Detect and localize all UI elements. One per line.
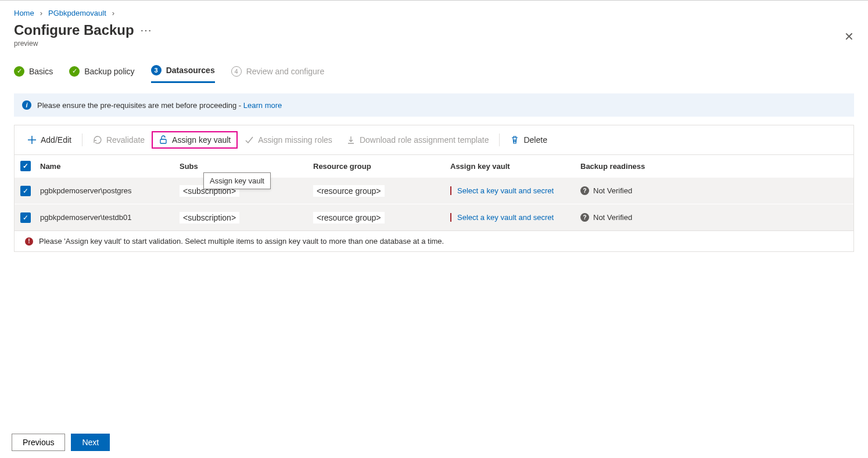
- tab-datasources[interactable]: 3 Datasources: [151, 62, 215, 83]
- row-checkbox[interactable]: ✓: [20, 186, 31, 196]
- cell-resource-group: <resource group>: [313, 185, 385, 197]
- plus-icon: [27, 135, 37, 145]
- select-all-checkbox[interactable]: ✓: [20, 161, 31, 171]
- previous-button[interactable]: Previous: [12, 434, 65, 451]
- tab-backup-policy[interactable]: ✓ Backup policy: [69, 62, 134, 83]
- checkmark-icon: [245, 135, 254, 145]
- row-checkbox[interactable]: ✓: [20, 212, 31, 223]
- tab-label: Datasources: [166, 66, 215, 75]
- page-subtitle: preview: [0, 38, 868, 56]
- tooltip: Assign key vault: [203, 172, 271, 189]
- help-icon: ?: [580, 213, 589, 222]
- info-icon: i: [22, 100, 31, 110]
- page-title: Configure Backup: [14, 22, 134, 38]
- column-header-backup-readiness[interactable]: Backup readiness: [580, 162, 848, 171]
- banner-text: Please ensure the pre-requisites are met…: [37, 101, 243, 110]
- check-circle-icon: ✓: [69, 66, 80, 77]
- chevron-right-icon: ›: [40, 9, 42, 17]
- tab-label: Review and configure: [246, 67, 325, 76]
- column-header-name[interactable]: Name: [40, 162, 180, 171]
- learn-more-link[interactable]: Learn more: [243, 101, 282, 110]
- button-label: Assign missing roles: [258, 135, 332, 145]
- table-row[interactable]: ✓ pgbkpdemoserver\testdb01 <subscription…: [15, 204, 853, 230]
- cell-resource-group: <resource group>: [313, 212, 385, 223]
- step-number-icon: 4: [231, 66, 242, 77]
- chevron-right-icon: ›: [112, 9, 114, 17]
- cell-subscription: <subscription>: [180, 212, 239, 223]
- next-button[interactable]: Next: [71, 434, 110, 451]
- delete-button[interactable]: Delete: [503, 131, 554, 149]
- button-label: Add/Edit: [41, 135, 71, 145]
- breadcrumb-vault[interactable]: PGbkpdemovault: [48, 9, 106, 17]
- button-label: Download role assignment template: [360, 135, 489, 145]
- help-icon: ?: [580, 186, 589, 195]
- more-icon[interactable]: ⋯: [140, 23, 153, 37]
- check-circle-icon: ✓: [14, 66, 24, 77]
- column-header-resource-group[interactable]: Resource group: [313, 162, 450, 171]
- cell-name: pgbkpdemoserver\postgres: [40, 186, 180, 195]
- tab-review-configure: 4 Review and configure: [231, 62, 325, 83]
- close-icon[interactable]: ✕: [844, 30, 854, 44]
- breadcrumb-home[interactable]: Home: [14, 9, 34, 17]
- revalidate-button: Revalidate: [86, 131, 152, 149]
- cell-name: pgbkpdemoserver\testdb01: [40, 213, 180, 222]
- cell-readiness: Not Verified: [593, 213, 632, 222]
- select-key-vault-link[interactable]: Select a key vault and secret: [450, 186, 554, 195]
- cell-readiness: Not Verified: [593, 186, 632, 195]
- validation-message: ! Please 'Assign key vault' to start val…: [14, 231, 854, 252]
- step-number-icon: 3: [151, 65, 162, 75]
- tab-basics[interactable]: ✓ Basics: [14, 62, 53, 83]
- download-template-button: Download role assignment template: [339, 131, 496, 149]
- column-header-assign-key-vault[interactable]: Assign key vault: [450, 162, 580, 171]
- breadcrumb: Home › PGbkpdemovault ›: [0, 1, 868, 20]
- validation-text: Please 'Assign key vault' to start valid…: [39, 237, 444, 246]
- assign-key-vault-button[interactable]: Assign key vault: [152, 131, 238, 149]
- button-label: Revalidate: [106, 135, 145, 145]
- column-header-subscription[interactable]: Subs: [180, 162, 313, 171]
- lock-icon: [159, 135, 168, 145]
- tab-label: Basics: [29, 67, 53, 76]
- button-label: Delete: [523, 135, 547, 145]
- trash-icon: [510, 135, 519, 145]
- assign-missing-roles-button: Assign missing roles: [238, 131, 339, 149]
- button-label: Assign key vault: [172, 135, 231, 145]
- refresh-icon: [93, 135, 102, 145]
- info-banner: i Please ensure the pre-requisites are m…: [14, 93, 854, 117]
- download-icon: [346, 135, 356, 145]
- tab-label: Backup policy: [84, 67, 134, 76]
- select-key-vault-link[interactable]: Select a key vault and secret: [450, 213, 554, 222]
- svg-rect-0: [160, 139, 166, 143]
- table-row[interactable]: ✓ pgbkpdemoserver\postgres <subscription…: [15, 177, 853, 204]
- table-header-row: ✓ Name Subs Resource group Assign key va…: [15, 155, 853, 177]
- error-icon: !: [25, 237, 33, 246]
- add-edit-button[interactable]: Add/Edit: [20, 131, 78, 149]
